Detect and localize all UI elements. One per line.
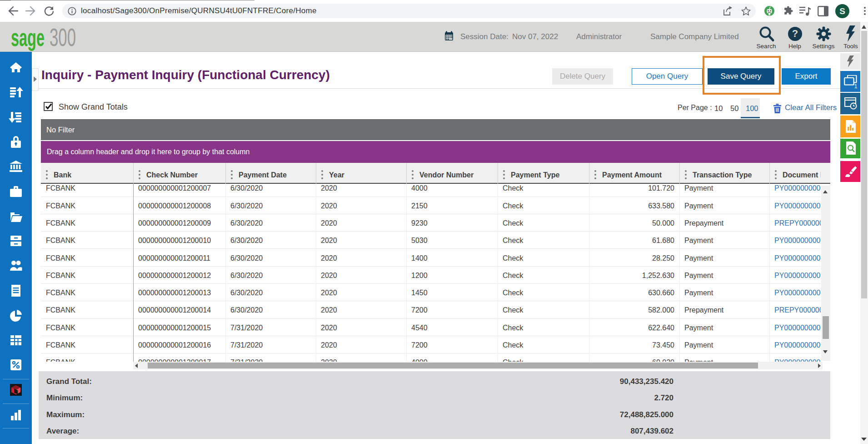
svg-text:300: 300 bbox=[50, 23, 76, 51]
svg-text:1: 1 bbox=[854, 83, 858, 89]
svg-text:sage: sage bbox=[11, 24, 45, 51]
